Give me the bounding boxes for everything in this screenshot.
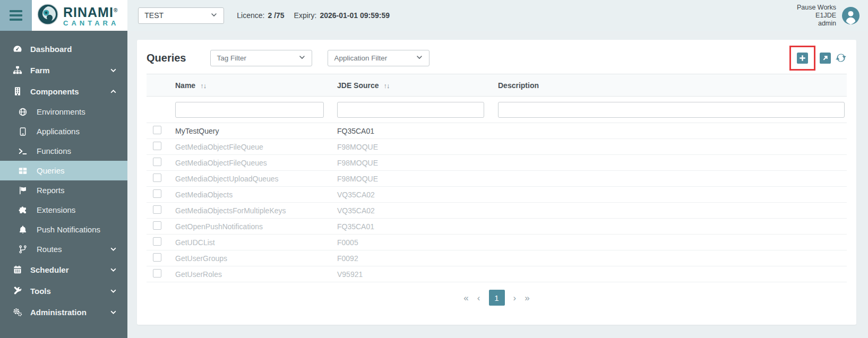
jde-source: F98MOQUE xyxy=(337,159,498,167)
jde-source: VQ35CA02 xyxy=(337,206,498,215)
sidebar-item-components[interactable]: Components xyxy=(0,81,127,102)
chevron-down-icon xyxy=(110,266,117,273)
table-row[interactable]: GetOpenPushNotifications FQ35CA01 xyxy=(147,219,847,235)
sort-icon[interactable]: ↑↓ xyxy=(384,82,390,90)
brand-logo-mark-icon xyxy=(37,4,58,27)
sidebar-item-queries[interactable]: Queries xyxy=(0,161,127,180)
name-filter-input[interactable] xyxy=(175,102,324,118)
sidebar-item-label: Reports xyxy=(37,186,65,195)
column-header-name[interactable]: Name↑↓ xyxy=(175,81,337,90)
jde-source: F98MOQUE xyxy=(337,175,498,183)
sidebar-item-environments[interactable]: Environments xyxy=(0,102,127,122)
environment-select-value: TEST xyxy=(144,11,164,20)
chevron-up-icon xyxy=(110,88,117,95)
application-filter-select[interactable]: Application Filter xyxy=(328,50,429,66)
column-header-description: Description xyxy=(498,81,847,90)
sidebar-item-dashboard[interactable]: Dashboard xyxy=(0,38,127,59)
sidebar-item-label: Tools xyxy=(30,287,51,296)
sidebar-item-tools[interactable]: Tools xyxy=(0,280,127,301)
row-checkbox[interactable] xyxy=(153,205,161,214)
chevron-down-icon xyxy=(210,11,218,20)
table-row[interactable]: GetUserGroups F0092 xyxy=(147,250,847,266)
table-row[interactable]: GetMediaObjectsForMultipleKeys VQ35CA02 xyxy=(147,203,847,219)
tag-filter-select[interactable]: Tag Filter xyxy=(210,50,312,66)
query-name: GetMediaObjects xyxy=(175,190,337,199)
jde-source-filter-input[interactable] xyxy=(337,102,484,118)
table-row[interactable]: GetMediaObjectUploadQueues F98MOQUE xyxy=(147,171,847,187)
licence-value: 2 /75 xyxy=(268,11,284,20)
sidebar-item-push-notifications[interactable]: Push Notifications xyxy=(0,220,127,239)
application-filter-placeholder: Application Filter xyxy=(334,54,387,62)
terminal-icon xyxy=(17,146,29,156)
expiry-value: 2026-01-01 09:59:59 xyxy=(320,11,390,20)
app-window: RINAMI® CANTARA TEST Licence: 2 /75 Expi… xyxy=(0,0,868,338)
column-header-jde-source[interactable]: JDE Source↑↓ xyxy=(337,81,498,90)
table-filter-row xyxy=(147,97,847,123)
pagination-last-button[interactable]: » xyxy=(525,293,529,302)
row-checkbox[interactable] xyxy=(153,221,161,230)
jde-source: V95921 xyxy=(337,270,498,279)
queries-panel: Queries Tag Filter Application Filter xyxy=(137,40,856,325)
table-row[interactable]: MyTestQuery FQ35CA01 xyxy=(147,123,847,139)
sidebar-item-label: Dashboard xyxy=(30,45,72,54)
table-row[interactable]: GetMediaObjectFileQueue F98MOQUE xyxy=(147,139,847,155)
row-checkbox[interactable] xyxy=(153,269,161,278)
description-filter-input[interactable] xyxy=(498,102,845,118)
sidebar-item-routes[interactable]: Routes xyxy=(0,239,127,259)
query-name: GetUDCList xyxy=(175,238,337,247)
brand-subname: CANTARA xyxy=(63,20,119,27)
chevron-down-icon xyxy=(110,309,117,316)
code-branch-icon xyxy=(17,245,29,254)
building-icon xyxy=(12,86,23,96)
licence-text: Licence: 2 /75 xyxy=(237,11,284,20)
main-content: Queries Tag Filter Application Filter xyxy=(127,31,868,338)
sidebar-item-extensions[interactable]: Extensions xyxy=(0,200,127,220)
sidebar-item-functions[interactable]: Functions xyxy=(0,141,127,161)
pagination-previous-button[interactable]: ‹ xyxy=(477,293,480,302)
sidebar-item-label: Extensions xyxy=(37,205,75,214)
page-title: Queries xyxy=(147,52,186,64)
avatar[interactable] xyxy=(842,7,860,24)
sidebar-item-scheduler[interactable]: Scheduler xyxy=(0,259,127,280)
pagination-next-button[interactable]: › xyxy=(513,293,517,302)
tablet-icon xyxy=(17,127,29,136)
table-row[interactable]: GetUserRoles V95921 xyxy=(147,266,847,282)
sidebar-item-label: Components xyxy=(30,87,79,96)
brand-name: RINAMI® xyxy=(63,4,119,19)
row-checkbox[interactable] xyxy=(153,126,161,134)
hamburger-icon xyxy=(10,10,22,12)
pagination-first-button[interactable]: « xyxy=(463,293,468,302)
open-external-button[interactable] xyxy=(820,53,831,64)
jde-source: F98MOQUE xyxy=(337,143,498,151)
row-checkbox[interactable] xyxy=(153,237,161,246)
row-checkbox[interactable] xyxy=(153,158,161,166)
sort-icon[interactable]: ↑↓ xyxy=(200,82,206,90)
top-header: RINAMI® CANTARA TEST Licence: 2 /75 Expi… xyxy=(0,0,868,31)
row-checkbox[interactable] xyxy=(153,174,161,182)
pagination-page-1-button[interactable]: 1 xyxy=(489,290,505,306)
row-checkbox[interactable] xyxy=(153,189,161,198)
sidebar-item-applications[interactable]: Applications xyxy=(0,122,127,141)
table-row[interactable]: GetMediaObjects VQ35CA02 xyxy=(147,187,847,203)
query-name: GetUserRoles xyxy=(175,270,337,279)
sidebar-item-farm[interactable]: Farm xyxy=(0,59,127,81)
table-row[interactable]: GetMediaObjectFileQueues F98MOQUE xyxy=(147,155,847,171)
sidebar-item-reports[interactable]: Reports xyxy=(0,180,127,200)
sidebar-item-label: Administration xyxy=(30,308,87,317)
puzzle-icon xyxy=(17,205,29,215)
sidebar-item-label: Farm xyxy=(30,66,50,75)
row-checkbox[interactable] xyxy=(153,253,161,262)
table-row[interactable]: GetUDCList F0005 xyxy=(147,235,847,250)
calendar-icon xyxy=(12,265,23,274)
add-query-button[interactable] xyxy=(797,53,808,64)
sidebar-item-administration[interactable]: Administration xyxy=(0,301,127,323)
flag-icon xyxy=(17,186,29,195)
annotation-highlight-box xyxy=(789,46,815,71)
row-checkbox[interactable] xyxy=(153,142,161,150)
sidebar-item-label: Applications xyxy=(37,127,80,136)
refresh-button[interactable] xyxy=(835,52,847,64)
hamburger-menu-button[interactable] xyxy=(0,0,32,31)
query-name: GetUserGroups xyxy=(175,254,337,263)
environment-select[interactable]: TEST xyxy=(138,7,224,24)
query-name: GetMediaObjectsForMultipleKeys xyxy=(175,206,337,215)
